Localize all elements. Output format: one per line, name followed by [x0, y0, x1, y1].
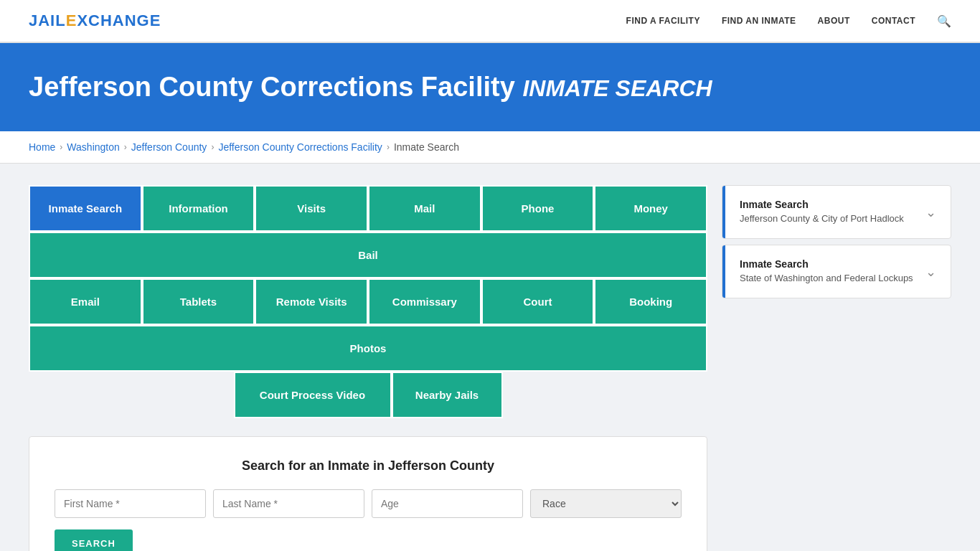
btn-nearby-jails[interactable]: Nearby Jails	[392, 372, 503, 418]
search-icon[interactable]: 🔍	[937, 14, 951, 28]
nav-buttons-row-1: Inmate Search Information Visits Mail Ph…	[29, 185, 707, 278]
last-name-input[interactable]	[213, 489, 364, 518]
btn-visits[interactable]: Visits	[255, 185, 368, 232]
breadcrumb-home[interactable]: Home	[29, 141, 55, 153]
nav-find-facility[interactable]: FIND A FACILITY	[626, 16, 700, 26]
page-title: Jefferson County Corrections Facility IN…	[29, 72, 951, 103]
btn-information[interactable]: Information	[142, 185, 255, 232]
breadcrumb-current: Inmate Search	[394, 141, 459, 153]
logo-jail: JAIL	[29, 11, 66, 29]
sidebar-card-1: Inmate Search Jefferson County & City of…	[722, 185, 951, 239]
sidebar-item-2-title: Inmate Search	[740, 258, 913, 270]
logo-xchange: XCHANGE	[77, 11, 161, 29]
btn-email[interactable]: Email	[29, 278, 142, 325]
btn-commissary[interactable]: Commissary	[368, 278, 481, 325]
btn-money[interactable]: Money	[594, 185, 707, 232]
breadcrumb-bar: Home › Washington › Jefferson County › J…	[0, 131, 980, 164]
chevron-down-icon-1: ⌄	[925, 204, 936, 220]
nav-about[interactable]: ABOUT	[818, 16, 850, 26]
btn-mail[interactable]: Mail	[368, 185, 481, 232]
main-nav: FIND A FACILITY FIND AN INMATE ABOUT CON…	[626, 14, 951, 28]
breadcrumb: Home › Washington › Jefferson County › J…	[29, 141, 951, 153]
sidebar-card-2: Inmate Search State of Washington and Fe…	[722, 245, 951, 298]
nav-find-inmate[interactable]: FIND AN INMATE	[722, 16, 796, 26]
search-form-title: Search for an Inmate in Jefferson County	[55, 458, 682, 474]
nav-buttons-section: Inmate Search Information Visits Mail Ph…	[29, 185, 707, 418]
nav-buttons-row-2: Email Tablets Remote Visits Commissary C…	[29, 278, 707, 372]
btn-court[interactable]: Court	[481, 278, 595, 325]
chevron-down-icon-2: ⌄	[925, 264, 936, 280]
sidebar-item-2-subtitle: State of Washington and Federal Lockups	[740, 272, 913, 285]
btn-tablets[interactable]: Tablets	[142, 278, 255, 325]
breadcrumb-sep-4: ›	[387, 142, 390, 152]
btn-inmate-search[interactable]: Inmate Search	[29, 185, 142, 232]
search-button[interactable]: SEARCH	[55, 529, 133, 551]
hero-banner: Jefferson County Corrections Facility IN…	[0, 43, 980, 131]
breadcrumb-jefferson-county[interactable]: Jefferson County	[131, 141, 207, 153]
race-select[interactable]: Race White Black Hispanic Asian Native A…	[530, 489, 682, 518]
btn-remote-visits[interactable]: Remote Visits	[255, 278, 368, 325]
breadcrumb-facility[interactable]: Jefferson County Corrections Facility	[218, 141, 382, 153]
breadcrumb-sep-3: ›	[211, 142, 214, 152]
search-form-container: Search for an Inmate in Jefferson County…	[29, 436, 707, 551]
sidebar-item-1[interactable]: Inmate Search Jefferson County & City of…	[722, 186, 951, 238]
left-panel: Inmate Search Information Visits Mail Ph…	[29, 185, 707, 551]
btn-bail[interactable]: Bail	[29, 232, 707, 278]
site-header: JAILEXCHANGE FIND A FACILITY FIND AN INM…	[0, 0, 980, 43]
btn-phone[interactable]: Phone	[481, 185, 595, 232]
right-panel: Inmate Search Jefferson County & City of…	[722, 185, 951, 551]
search-fields: Race White Black Hispanic Asian Native A…	[55, 489, 682, 518]
hero-title-italic: INMATE SEARCH	[522, 75, 712, 101]
breadcrumb-sep-2: ›	[124, 142, 127, 152]
logo[interactable]: JAILEXCHANGE	[29, 11, 161, 30]
btn-booking[interactable]: Booking	[594, 278, 707, 325]
sidebar-item-2-text: Inmate Search State of Washington and Fe…	[740, 258, 913, 285]
main-content: Inmate Search Information Visits Mail Ph…	[0, 164, 980, 551]
btn-photos[interactable]: Photos	[29, 325, 707, 372]
sidebar-item-1-text: Inmate Search Jefferson County & City of…	[740, 199, 904, 225]
logo-x: E	[66, 11, 77, 29]
btn-court-process-video[interactable]: Court Process Video	[234, 372, 392, 418]
first-name-input[interactable]	[55, 489, 206, 518]
hero-title-main: Jefferson County Corrections Facility	[29, 72, 515, 102]
nav-buttons-row-3: Court Process Video Nearby Jails	[29, 372, 707, 418]
sidebar-item-1-subtitle: Jefferson County & City of Port Hadlock	[740, 212, 904, 225]
sidebar-item-2[interactable]: Inmate Search State of Washington and Fe…	[722, 245, 951, 298]
breadcrumb-washington[interactable]: Washington	[67, 141, 119, 153]
nav-contact[interactable]: CONTACT	[872, 16, 915, 26]
sidebar-item-1-title: Inmate Search	[740, 199, 904, 210]
age-input[interactable]	[372, 489, 523, 518]
breadcrumb-sep-1: ›	[60, 142, 62, 152]
